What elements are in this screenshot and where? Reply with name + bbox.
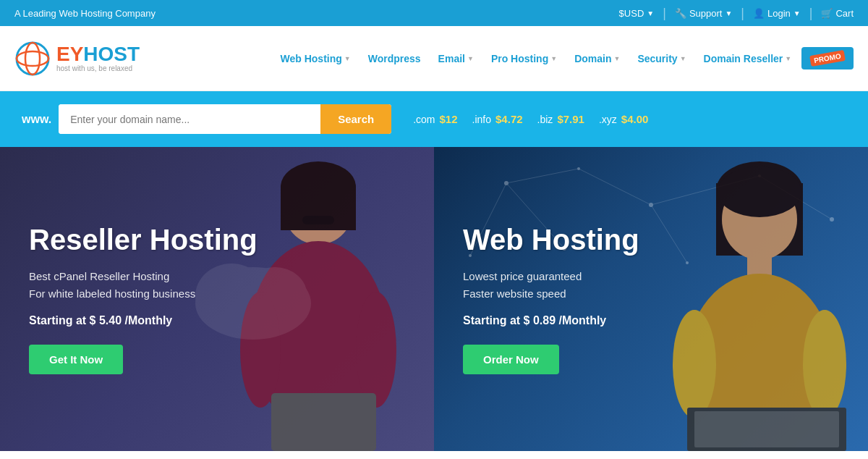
support-link[interactable]: 🔧 Support ▼ — [675, 8, 732, 19]
web-hosting-cta-button[interactable]: Order Now — [463, 345, 559, 374]
svg-point-33 — [718, 167, 801, 217]
nav-bar: EYHOST host with us, be relaxed Web Host… — [0, 26, 868, 91]
domain-price-biz: .biz $7.91 — [537, 113, 584, 125]
divider-1: | — [663, 6, 666, 21]
logo-icon — [14, 41, 51, 77]
support-icon: 🔧 — [675, 8, 686, 19]
user-icon: 👤 — [753, 8, 765, 19]
logo-text: EYHOST host with us, be relaxed — [56, 44, 140, 72]
domain-search-wrap: Search — [59, 104, 391, 134]
logo-ey: EY — [56, 43, 83, 65]
svg-point-9 — [356, 292, 396, 408]
hero-section: Reseller Hosting Best cPanel Reseller Ho… — [0, 147, 868, 451]
email-arrow-icon: ▼ — [467, 55, 474, 62]
top-bar: A Leading Web Hosting Company $USD ▼ | 🔧… — [0, 0, 868, 26]
nav-pro-hosting[interactable]: Pro Hosting▼ — [484, 47, 564, 70]
www-label: www. — [22, 113, 51, 126]
hero-right-panel: Web Hosting Lowest price guaranteed Fast… — [434, 147, 868, 451]
nav-web-hosting[interactable]: Web Hosting▼ — [273, 47, 358, 70]
reseller-cta-button[interactable]: Get It Now — [29, 345, 123, 374]
logo[interactable]: EYHOST host with us, be relaxed — [14, 41, 140, 77]
svg-point-16 — [577, 167, 580, 170]
pro-hosting-arrow-icon: ▼ — [550, 55, 557, 62]
domain-arrow-icon: ▼ — [613, 55, 620, 62]
cart-icon: 🛒 — [821, 8, 833, 19]
nav-domain[interactable]: Domain▼ — [567, 47, 627, 70]
login-arrow-icon: ▼ — [793, 9, 801, 17]
logo-host: HOST — [83, 43, 140, 65]
nav-security[interactable]: Security▼ — [630, 47, 693, 70]
domain-prices: .com $12 .info $4.72 .biz $7.91 .xyz $4.… — [413, 113, 648, 125]
promo-button[interactable]: PROMO — [801, 47, 854, 70]
web-hosting-price: Starting at $ 0.89 /Monthly — [463, 314, 839, 327]
search-bar: www. Search .com $12 .info $4.72 .biz $7… — [0, 91, 868, 147]
web-hosting-title: Web Hosting — [463, 224, 839, 256]
login-link[interactable]: 👤 Login ▼ — [753, 8, 801, 19]
nav-wordpress[interactable]: Wordpress — [361, 47, 428, 70]
promo-label: PROMO — [809, 50, 846, 67]
svg-point-15 — [504, 181, 509, 185]
support-arrow-icon: ▼ — [725, 9, 732, 17]
security-arrow-icon: ▼ — [680, 55, 686, 62]
currency-arrow-icon: ▼ — [647, 9, 654, 17]
reseller-desc: Best cPanel Reseller Hosting For white l… — [29, 268, 405, 303]
web-hosting-desc: Lowest price guaranteed Faster website s… — [463, 268, 839, 303]
svg-point-2 — [17, 51, 48, 66]
domain-price-info: .info $4.72 — [472, 113, 523, 125]
web-hosting-arrow-icon: ▼ — [344, 55, 351, 62]
nav-domain-reseller[interactable]: Domain Reseller▼ — [697, 47, 799, 70]
logo-tagline: host with us, be relaxed — [56, 64, 140, 72]
svg-point-1 — [25, 43, 40, 75]
top-bar-actions: $USD ▼ | 🔧 Support ▼ | 👤 Login ▼ | 🛒 Car… — [619, 6, 854, 21]
company-tagline: A Leading Web Hosting Company — [14, 8, 156, 19]
svg-point-0 — [17, 43, 48, 75]
currency-selector[interactable]: $USD ▼ — [619, 8, 655, 19]
search-button[interactable]: Search — [320, 104, 391, 134]
logo-brand: EYHOST — [56, 44, 140, 64]
domain-price-com: .com $12 — [413, 113, 457, 125]
svg-rect-40 — [694, 411, 839, 447]
hero-left-panel: Reseller Hosting Best cPanel Reseller Ho… — [0, 147, 434, 451]
domain-reseller-arrow-icon: ▼ — [785, 55, 791, 62]
reseller-price: Starting at $ 5.40 /Monthly — [29, 314, 405, 327]
divider-3: | — [809, 6, 813, 21]
domain-price-xyz: .xyz $4.00 — [599, 113, 648, 125]
main-nav: Web Hosting▼ Wordpress Email▼ Pro Hostin… — [273, 47, 854, 70]
domain-search-input[interactable] — [59, 104, 320, 134]
nav-email[interactable]: Email▼ — [431, 47, 481, 70]
divider-2: | — [741, 6, 744, 21]
reseller-title: Reseller Hosting — [29, 224, 405, 256]
cart-link[interactable]: 🛒 Cart — [821, 8, 854, 19]
svg-rect-10 — [271, 393, 376, 451]
svg-line-23 — [506, 169, 579, 183]
